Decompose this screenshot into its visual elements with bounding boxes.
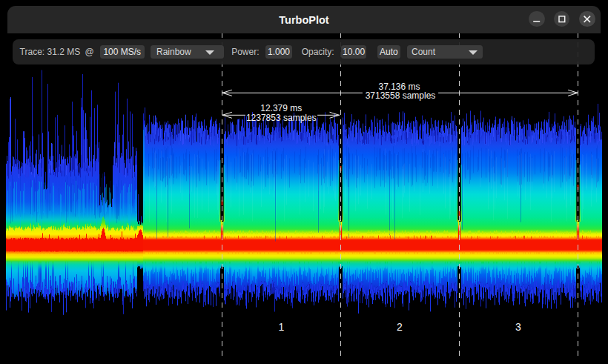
svg-text:3713558 samples: 3713558 samples	[366, 90, 436, 101]
svg-text:12.379 ms: 12.379 ms	[260, 103, 302, 113]
svg-text:1237853 samples: 1237853 samples	[246, 113, 317, 123]
svg-text:3: 3	[515, 321, 521, 333]
svg-text:1: 1	[278, 321, 284, 333]
svg-text:2: 2	[397, 321, 403, 333]
